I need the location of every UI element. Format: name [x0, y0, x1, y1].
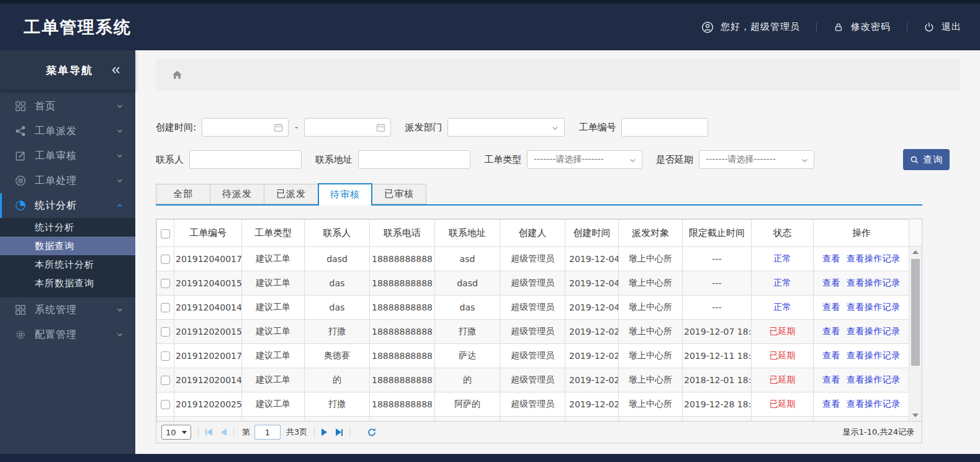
- sidebar-subitem-statistics[interactable]: 统计分析: [0, 218, 135, 237]
- change-password-button[interactable]: 修改密码: [833, 21, 891, 33]
- view-link[interactable]: 查看: [822, 302, 840, 312]
- row-checkbox[interactable]: [161, 303, 170, 312]
- row-checkbox[interactable]: [161, 351, 170, 361]
- sidebar-item-home[interactable]: 首页: [0, 94, 135, 119]
- column-header: 联系电话: [370, 220, 435, 247]
- column-header: 限定截止时间: [683, 220, 752, 247]
- table-scrollbar[interactable]: [909, 247, 922, 421]
- greeting-text: 您好，超级管理员: [721, 21, 800, 33]
- cell-address: das: [435, 296, 500, 320]
- dispatch-dept-select[interactable]: [447, 118, 565, 137]
- row-checkbox[interactable]: [161, 376, 170, 385]
- next-page-icon[interactable]: [321, 428, 327, 436]
- view-log-link[interactable]: 查看操作记录: [847, 253, 901, 263]
- sidebar-item-label: 配置管理: [35, 328, 77, 342]
- view-log-link[interactable]: 查看操作记录: [847, 350, 901, 360]
- page-size-select[interactable]: 10: [161, 425, 191, 440]
- main-content: 创建时间: - 派发部门 工单编号 联系人 联系地址: [135, 50, 980, 454]
- sidebar-subitem-local-statistics[interactable]: 本所统计分析: [0, 255, 135, 274]
- sidebar-item-system[interactable]: 系统管理: [0, 297, 135, 322]
- search-button[interactable]: 查询: [903, 149, 950, 170]
- is-delayed-label: 是否延期: [656, 154, 693, 166]
- contact-label: 联系人: [156, 154, 184, 166]
- view-log-link[interactable]: 查看操作记录: [847, 302, 901, 312]
- scroll-up-icon[interactable]: [912, 250, 919, 254]
- order-type-select[interactable]: -------请选择-------: [527, 150, 642, 169]
- app-title: 工单管理系统: [24, 16, 132, 38]
- view-log-link[interactable]: 查看操作记录: [847, 326, 901, 336]
- user-greeting[interactable]: 您好，超级管理员: [701, 21, 800, 34]
- cell-contact: das: [305, 296, 370, 320]
- create-time-end-input[interactable]: [305, 119, 390, 136]
- row-checkbox[interactable]: [161, 327, 170, 337]
- row-checkbox[interactable]: [161, 400, 170, 409]
- current-page-input[interactable]: [254, 425, 281, 440]
- cell-order-type: 建议工单: [242, 344, 305, 368]
- tab-label: 已审核: [384, 188, 414, 199]
- column-header: 创建时间: [565, 220, 619, 247]
- cell-target: 墩上中心所: [619, 320, 683, 344]
- view-link[interactable]: 查看: [822, 326, 840, 336]
- view-link[interactable]: 查看: [822, 399, 840, 409]
- view-link[interactable]: 查看: [822, 374, 840, 384]
- view-link[interactable]: 查看: [822, 350, 840, 360]
- refresh-icon[interactable]: [367, 427, 377, 437]
- view-link[interactable]: 查看: [822, 253, 840, 263]
- row-checkbox[interactable]: [161, 279, 170, 288]
- page-size-value: 10: [166, 428, 176, 437]
- sidebar-item-statistics[interactable]: 统计分析: [0, 193, 135, 218]
- prev-page-icon[interactable]: [221, 428, 227, 436]
- tab-to-review[interactable]: 待审核: [318, 183, 372, 206]
- sidebar-item-process[interactable]: 工单处理: [0, 168, 135, 193]
- view-log-link[interactable]: 查看操作记录: [847, 374, 901, 384]
- table-row: 201912040014C 建议工单 das 18888888888 das 超…: [157, 296, 910, 320]
- chevron-down-icon: [115, 176, 124, 185]
- chevron-down-icon: [551, 124, 559, 132]
- logout-button[interactable]: 退出: [924, 21, 961, 33]
- sidebar-subitem-data-query[interactable]: 数据查询: [0, 237, 135, 255]
- scroll-down-icon[interactable]: [912, 414, 919, 417]
- address-label: 联系地址: [315, 154, 353, 166]
- cell-deadline: 2018-12-01 18:18: [683, 368, 752, 392]
- view-link[interactable]: 查看: [822, 278, 840, 288]
- pagination-bar: 10 第 共3页 显示1-10,共24记录: [156, 422, 922, 443]
- cell-contact: 打撒: [305, 320, 370, 344]
- cell-status: 正常: [752, 247, 814, 271]
- cell-status: 已延期: [752, 344, 814, 368]
- sidebar-subitem-local-data-query[interactable]: 本所数据查询: [0, 274, 135, 292]
- grid-icon: [15, 304, 26, 315]
- is-delayed-select[interactable]: -------请选择-------: [699, 150, 814, 169]
- table-header: 工单编号 工单类型 联系人 联系电话 联系地址 创建人 创建时间 派发对象 限定…: [157, 220, 910, 247]
- view-log-link[interactable]: 查看操作记录: [847, 278, 901, 288]
- order-no-input[interactable]: [622, 119, 708, 136]
- sidebar-item-dispatch[interactable]: 工单派发: [0, 119, 135, 143]
- chevron-down-icon: [115, 152, 124, 160]
- select-all-checkbox[interactable]: [161, 229, 170, 238]
- last-page-icon[interactable]: [336, 428, 343, 436]
- row-checkbox[interactable]: [161, 255, 170, 264]
- cell-phone: 18888888888: [370, 320, 435, 344]
- create-time-start-input[interactable]: [202, 119, 288, 136]
- double-chevron-left-icon[interactable]: [110, 65, 122, 76]
- header-checkbox-cell: [157, 220, 174, 247]
- cell-address: asd: [435, 247, 500, 271]
- contact-input[interactable]: [190, 151, 301, 168]
- sidebar-item-review[interactable]: 工单审核: [0, 143, 135, 168]
- view-log-link[interactable]: 查看操作记录: [847, 399, 901, 409]
- tab-dispatched[interactable]: 已派发: [264, 184, 318, 204]
- address-field: [358, 150, 470, 169]
- scrollbar-thumb[interactable]: [911, 259, 920, 366]
- address-input[interactable]: [359, 151, 470, 168]
- tab-all[interactable]: 全部: [156, 184, 210, 204]
- breadcrumb: [156, 59, 960, 91]
- tab-reviewed[interactable]: 已审核: [372, 184, 426, 204]
- sidebar-menu: 首页 工单派发 工单审核 工单处理 统计分析 统计分析 数据查询 本所统计分析: [0, 90, 135, 347]
- tab-label: 已派发: [276, 188, 306, 199]
- first-page-icon[interactable]: [205, 428, 212, 436]
- app-header: 工单管理系统 您好，超级管理员 修改密码 退出: [0, 0, 980, 50]
- tab-to-dispatch[interactable]: 待派发: [210, 184, 264, 204]
- home-icon[interactable]: [171, 69, 183, 81]
- sidebar-item-config[interactable]: 配置管理: [0, 322, 135, 347]
- process-icon: [15, 175, 26, 186]
- chevron-down-icon: [115, 127, 124, 135]
